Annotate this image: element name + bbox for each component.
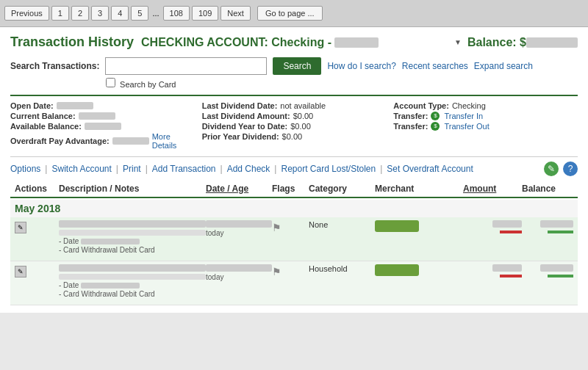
options-icons: ✎ ? — [544, 162, 578, 176]
search-input[interactable] — [105, 57, 267, 75]
col-header-date[interactable]: Date / Age — [206, 184, 272, 194]
merchant-cell-1 — [375, 220, 463, 232]
more-details-link[interactable]: More Details — [152, 132, 195, 150]
date-cell-1: today — [206, 220, 272, 237]
overdraft-row: Overdraft Pay Advantage: More Details — [10, 131, 195, 150]
amount-cell-2 — [463, 264, 522, 278]
search-label: Search Transactions: — [10, 61, 99, 71]
col-header-actions: Actions — [15, 184, 59, 194]
balance-bar-1 — [548, 231, 573, 233]
page-4-button[interactable]: 4 — [111, 6, 129, 21]
header-divider — [10, 95, 578, 96]
previous-button[interactable]: Previous — [4, 6, 49, 21]
flag-cell-2: ⚑ — [272, 264, 309, 278]
amount-value-2 — [492, 264, 522, 272]
table-row: ✎ - Date - Card Withdrawal Debit Card to… — [10, 261, 578, 305]
options-icon-green[interactable]: ✎ — [544, 162, 559, 176]
action-cell-2: ✎ — [15, 264, 59, 278]
month-header: May 2018 — [10, 200, 578, 217]
balance-cell-2 — [522, 264, 573, 278]
page-109-button[interactable]: 109 — [192, 6, 218, 21]
last-dividend-amount-row: Last Dividend Amount: $0.00 — [202, 111, 387, 121]
search-button[interactable]: Search — [273, 57, 321, 75]
date-main-2 — [206, 264, 272, 272]
set-overdraft-link[interactable]: Set Overdraft Account — [382, 164, 477, 174]
transfer-in-row: Transfer: $ Transfer In — [393, 111, 578, 121]
options-bar: Options | Switch Account | Print | Add T… — [10, 162, 578, 176]
account-dropdown-arrow[interactable]: ▼ — [454, 38, 462, 46]
desc-sub-1 — [59, 230, 206, 236]
desc-main-1 — [59, 220, 206, 228]
balance-label: Balance: $ — [467, 36, 578, 49]
switch-account-link[interactable]: Switch Account — [47, 164, 115, 174]
account-name: CHECKING ACCOUNT: Checking - — [141, 36, 448, 49]
transfer-out-link[interactable]: Transfer Out — [444, 122, 489, 131]
balance-value-1 — [540, 220, 573, 228]
add-check-link[interactable]: Add Check — [223, 164, 275, 174]
desc-card-type-1: - Card Withdrawal Debit Card — [59, 246, 206, 254]
action-cell-1: ✎ — [15, 220, 59, 233]
page-108-button[interactable]: 108 — [163, 6, 190, 21]
goto-page-button[interactable]: Go to page ... — [257, 6, 323, 21]
amount-bar-2 — [500, 275, 522, 278]
desc-sub-2 — [59, 274, 206, 280]
add-transaction-link[interactable]: Add Transaction — [148, 164, 220, 174]
page-ellipsis: ... — [151, 7, 160, 20]
edit-icon-1[interactable]: ✎ — [15, 222, 26, 233]
desc-card-type-2: - Card Withdrawal Debit Card — [59, 290, 206, 298]
recent-searches-link[interactable]: Recent searches — [402, 61, 468, 71]
balance-value-2 — [540, 264, 573, 272]
pagination-bar: Previous 1 2 3 4 5 ... 108 109 Next Go t… — [0, 0, 588, 27]
col-header-merchant: Merchant — [375, 184, 463, 194]
transfer-in-link[interactable]: Transfer In — [444, 112, 483, 120]
account-info-section: Open Date: Current Balance: Available Ba… — [10, 101, 578, 150]
prior-year-dividend-row: Prior Year Dividend: $0.00 — [202, 131, 387, 142]
search-by-card-label: Search by Card — [120, 80, 176, 89]
account-number-blurred — [334, 37, 379, 48]
edit-icon-2[interactable]: ✎ — [15, 266, 26, 278]
amount-cell-1 — [463, 220, 522, 233]
date-sub-1: today — [206, 229, 272, 237]
date-sub-2: today — [206, 273, 272, 281]
current-balance-row: Current Balance: — [10, 111, 195, 121]
category-cell-2: Household — [309, 264, 375, 273]
page-5-button[interactable]: 5 — [131, 6, 148, 21]
report-card-link[interactable]: Report Card Lost/Stolen — [276, 164, 380, 174]
options-divider-top — [10, 156, 578, 157]
flag-icon-2[interactable]: ⚑ — [272, 266, 282, 278]
print-link[interactable]: Print — [118, 164, 146, 174]
date-main-1 — [206, 220, 272, 228]
merchant-cell-2 — [375, 264, 463, 276]
how-search-link[interactable]: How do I search? — [327, 61, 395, 71]
balance-cell-1 — [522, 220, 573, 233]
merchant-tag-2 — [375, 264, 419, 276]
flag-icon-1[interactable]: ⚑ — [272, 222, 282, 233]
desc-date-label-2: - Date — [59, 281, 206, 289]
search-row: Search Transactions: Search How do I sea… — [10, 57, 578, 75]
date-cell-2: today — [206, 264, 272, 281]
balance-bar-2 — [548, 275, 573, 278]
open-date-value — [57, 102, 93, 109]
desc-date-label-1: - Date — [59, 237, 206, 245]
page-title: Transaction History — [10, 35, 134, 50]
available-balance-value — [85, 123, 121, 130]
expand-search-link[interactable]: Expand search — [474, 61, 533, 71]
amount-value-1 — [492, 220, 522, 228]
page-2-button[interactable]: 2 — [71, 6, 89, 21]
search-by-card-checkbox[interactable] — [106, 78, 115, 87]
options-icon-blue[interactable]: ? — [563, 162, 578, 176]
desc-cell-1: - Date - Card Withdrawal Debit Card — [59, 220, 206, 254]
desc-main-2 — [59, 264, 206, 272]
header-row: Transaction History CHECKING ACCOUNT: Ch… — [10, 35, 578, 50]
last-dividend-date-row: Last Dividend Date: not available — [202, 101, 387, 111]
overdraft-value — [112, 137, 149, 145]
main-content: Transaction History CHECKING ACCOUNT: Ch… — [0, 27, 588, 313]
col-header-amount[interactable]: Amount — [463, 184, 522, 194]
page-3-button[interactable]: 3 — [91, 6, 109, 21]
next-button[interactable]: Next — [220, 6, 251, 21]
options-link[interactable]: Options — [10, 164, 45, 174]
balance-value-blurred — [526, 37, 578, 48]
merchant-tag-1 — [375, 220, 419, 232]
available-balance-row: Available Balance: — [10, 121, 195, 131]
page-1-button[interactable]: 1 — [51, 6, 69, 21]
